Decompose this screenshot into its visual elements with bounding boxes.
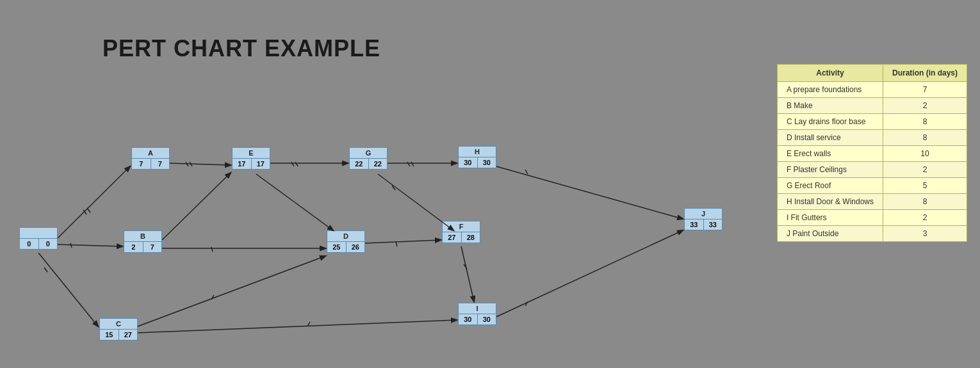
duration-cell: 8 xyxy=(883,194,967,210)
svg-line-16 xyxy=(186,162,188,166)
svg-line-2 xyxy=(38,253,98,326)
activity-cell: I Fit Gutters xyxy=(777,210,883,226)
svg-line-23 xyxy=(87,208,90,212)
duration-cell: 7 xyxy=(883,82,967,98)
activity-cell: A prepare foundations xyxy=(777,82,883,98)
svg-line-33 xyxy=(44,268,47,272)
svg-line-30 xyxy=(464,264,467,269)
activity-cell: F Plaster Ceilings xyxy=(777,162,883,178)
table-row: F Plaster Ceilings2 xyxy=(777,162,967,178)
svg-line-25 xyxy=(211,247,213,252)
node-J: J 33 33 xyxy=(684,208,723,230)
duration-cell: 2 xyxy=(883,98,967,114)
svg-line-14 xyxy=(461,246,474,301)
table-row: J Paint Outside3 xyxy=(777,226,967,242)
table-row: C Lay drains floor base8 xyxy=(777,114,967,130)
duration-cell: 10 xyxy=(883,146,967,162)
table-row: B Make2 xyxy=(777,98,967,114)
activity-cell: E Erect walls xyxy=(777,146,883,162)
node-start: 0 0 xyxy=(19,227,58,250)
node-H: H 30 30 xyxy=(458,146,496,168)
activity-cell: J Paint Outside xyxy=(777,226,883,242)
table-row: H Install Door & Windows8 xyxy=(777,194,967,210)
svg-line-18 xyxy=(291,162,294,166)
activity-cell: B Make xyxy=(777,98,883,114)
svg-line-29 xyxy=(525,301,528,306)
svg-line-3 xyxy=(170,163,231,165)
svg-line-13 xyxy=(496,166,683,219)
node-E: E 17 17 xyxy=(232,147,270,170)
svg-line-15 xyxy=(496,230,683,317)
table-header-activity: Activity xyxy=(777,65,883,82)
node-B: B 2 7 xyxy=(124,230,162,253)
node-A: A 7 7 xyxy=(131,147,170,170)
table-row: D Install service8 xyxy=(777,130,967,146)
svg-line-31 xyxy=(211,295,214,300)
svg-line-32 xyxy=(307,322,310,326)
svg-line-17 xyxy=(190,162,192,166)
duration-cell: 8 xyxy=(883,114,967,130)
node-C: C 15 27 xyxy=(99,318,138,340)
table-row: G Erect Roof5 xyxy=(777,178,967,194)
duration-cell: 8 xyxy=(883,130,967,146)
svg-line-12 xyxy=(365,240,441,243)
node-D: D 25 26 xyxy=(327,230,365,253)
svg-line-0 xyxy=(58,166,130,238)
node-G: G 22 22 xyxy=(349,147,388,170)
duration-cell: 2 xyxy=(883,210,967,226)
table-row: I Fit Gutters2 xyxy=(777,210,967,226)
svg-line-1 xyxy=(58,244,122,246)
duration-cell: 5 xyxy=(883,178,967,194)
svg-line-28 xyxy=(525,170,528,174)
svg-line-26 xyxy=(392,186,395,190)
activity-cell: G Erect Roof xyxy=(777,178,883,194)
table-header-duration: Duration (in days) xyxy=(883,65,967,82)
node-F: F 27 28 xyxy=(442,221,480,243)
activity-cell: D Install service xyxy=(777,130,883,146)
svg-line-20 xyxy=(407,162,410,166)
svg-line-22 xyxy=(83,210,86,214)
activity-cell: C Lay drains floor base xyxy=(777,114,883,130)
duration-cell: 2 xyxy=(883,162,967,178)
activity-table: Activity Duration (in days) A prepare fo… xyxy=(777,64,967,242)
svg-line-4 xyxy=(162,173,231,240)
svg-line-7 xyxy=(138,320,457,333)
svg-line-19 xyxy=(295,162,298,166)
table-row: A prepare foundations7 xyxy=(777,82,967,98)
svg-line-21 xyxy=(411,162,414,166)
svg-line-24 xyxy=(70,243,72,248)
svg-line-9 xyxy=(256,174,333,230)
table-row: E Erect walls10 xyxy=(777,146,967,162)
duration-cell: 3 xyxy=(883,226,967,242)
svg-line-6 xyxy=(138,256,325,326)
activity-cell: H Install Door & Windows xyxy=(777,194,883,210)
node-I: I 30 30 xyxy=(458,303,496,325)
svg-line-27 xyxy=(396,242,397,246)
page-title: PERT CHART EXAMPLE xyxy=(102,35,380,62)
